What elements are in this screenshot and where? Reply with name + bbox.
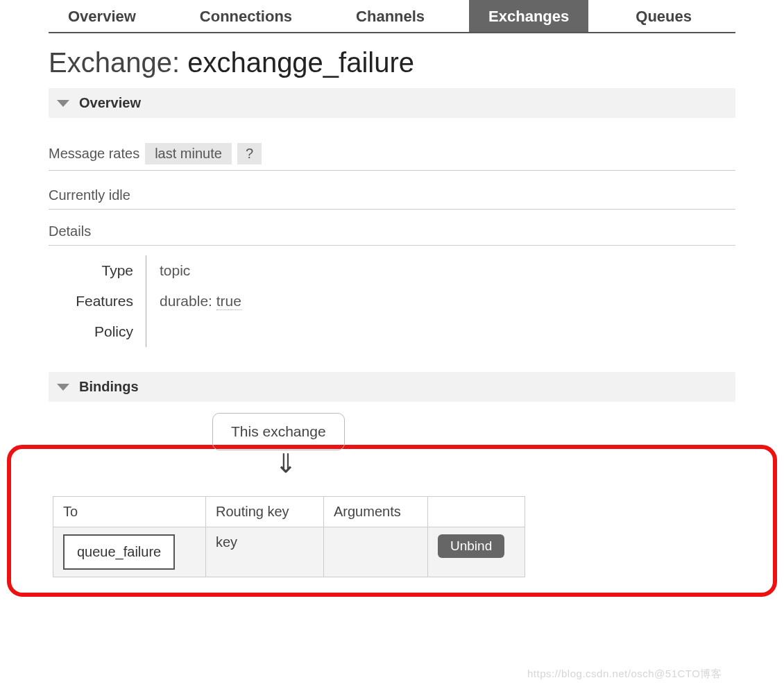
highlight-annotation: To Routing key Arguments queue_failure k… (7, 445, 777, 597)
col-arguments: Arguments (324, 497, 428, 527)
title-prefix: Exchange: (49, 47, 187, 78)
tab-connections[interactable]: Connections (180, 0, 312, 32)
col-to: To (53, 497, 206, 527)
message-rates-label: Message rates (49, 146, 139, 162)
detail-features-label: Features (49, 286, 146, 316)
features-durable-value: true (216, 293, 241, 310)
tab-channels[interactable]: Channels (336, 0, 444, 32)
features-key: durable: (160, 293, 212, 309)
bindings-header-row: To Routing key Arguments (53, 497, 525, 527)
help-button[interactable]: ? (237, 143, 262, 164)
detail-type-value: topic (146, 255, 735, 286)
page-title: Exchange: exchangge_failure (49, 47, 735, 78)
unbind-button[interactable]: Unbind (438, 534, 504, 558)
this-exchange-box: This exchange (212, 413, 345, 450)
detail-type-label: Type (49, 255, 146, 286)
binding-to-cell: queue_failure (53, 527, 206, 577)
message-rates-row: Message rates last minute ? (49, 143, 735, 171)
section-overview-title: Overview (79, 95, 141, 111)
tab-exchanges[interactable]: Exchanges (469, 0, 588, 32)
chevron-down-icon (57, 100, 69, 107)
col-routing-key: Routing key (206, 497, 324, 527)
detail-features-value: durable: true (146, 286, 735, 316)
queue-link[interactable]: queue_failure (63, 534, 175, 570)
bindings-table: To Routing key Arguments queue_failure k… (53, 496, 525, 577)
chevron-down-icon (57, 384, 69, 391)
col-actions (428, 497, 525, 527)
binding-arguments-cell (324, 527, 428, 577)
tab-queues[interactable]: Queues (616, 0, 711, 32)
binding-routing-key-cell: key (206, 527, 324, 577)
binding-row: queue_failure key Unbind (53, 527, 525, 577)
section-overview-header[interactable]: Overview (49, 88, 735, 118)
section-bindings-header[interactable]: Bindings (49, 372, 735, 402)
binding-action-cell: Unbind (428, 527, 525, 577)
detail-policy-value (146, 316, 735, 347)
tab-overview[interactable]: Overview (49, 0, 155, 32)
detail-policy-label: Policy (49, 316, 146, 347)
details-table: Type topic Features durable: true Policy (49, 255, 735, 347)
message-rates-range-select[interactable]: last minute (145, 143, 232, 164)
details-header: Details (49, 223, 735, 246)
section-bindings-title: Bindings (79, 379, 139, 395)
status-idle: Currently idle (49, 187, 735, 210)
title-exchange-name: exchangge_failure (187, 47, 414, 78)
nav-tabs: Overview Connections Channels Exchanges … (49, 0, 735, 33)
